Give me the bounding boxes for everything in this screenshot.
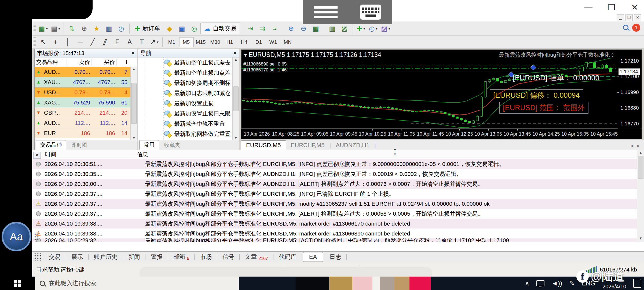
metaeditor-icon[interactable]: ◆ [163,23,176,34]
market-icon[interactable]: ▣ [176,23,188,34]
strategy-tester-icon[interactable]: ◴ [115,23,127,34]
market-watch-row[interactable]: ▲AUD...112....112....14 [35,118,137,128]
indicators-icon[interactable]: ✚▾ [355,23,367,34]
chart-shift-icon[interactable]: ⇥ [244,23,256,34]
fibonacci-tool[interactable]: F [111,37,123,48]
navigator-item[interactable]: 最新加空单止损点差去 [164,57,239,68]
channel-tool[interactable]: ∥ [99,37,111,48]
col-bid[interactable]: 卖价 [67,59,92,66]
navigator-item[interactable]: 最新加设置止损 [164,98,239,108]
dropdown-caret-icon[interactable]: ▾ [157,40,159,44]
mt4-close-icon[interactable]: ✕ [634,15,641,21]
market-watch-row[interactable]: ▼EUR18618614 [35,128,137,138]
timeframe-m30[interactable]: M30 [208,37,222,47]
chart-plot[interactable]: ▾ EURUSD,M5 1.17175 1.17175 1.17126 1.17… [241,50,618,129]
taskbar-app-block[interactable] [409,277,431,290]
dropdown-caret-icon[interactable]: ▾ [46,27,48,31]
cursor-tool[interactable]: ↖ [37,37,49,48]
terminal-tab-新闻[interactable]: 新闻 [123,252,145,262]
signals-icon[interactable]: ◎ [188,23,200,34]
terminal-row[interactable]: ⚠2026.04.10 20:29:37....最新震荡改风控时间bug和部分平… [32,199,644,209]
navigator-titlebar[interactable]: 导航 ✕ [138,49,239,57]
docking-icon[interactable]: ≈ [269,23,281,34]
templates-icon[interactable]: ▨▾ [379,23,392,34]
search-icon[interactable] [623,25,628,31]
scroll-down-icon[interactable]: ▼ [234,136,238,140]
action-center-icon[interactable] [633,279,641,288]
chart-tab-audnzdh1[interactable]: AUDNZD,H1 [331,141,374,150]
tab-tick-chart[interactable]: 即时图 [67,140,92,150]
market-watch-row[interactable]: ▼GBP...214....214....20 [35,108,137,118]
scroll-up-icon[interactable]: ▲ [639,151,642,155]
restore-icon[interactable]: ❐ [607,3,616,12]
tab-common[interactable]: 常用 [139,140,159,150]
close-icon[interactable]: ✕ [630,3,639,12]
terminal-tab-账户历史[interactable]: 账户历史 [89,252,123,262]
terminal-tab-代码库[interactable]: 代码库 [273,252,302,262]
market-watch-row[interactable]: ▲AUD...0.70...0.70...7 [35,67,137,77]
order-label[interactable]: #113066170 sell 1.46 [243,67,287,73]
chart-tab-eurchfm5[interactable]: EURCHF,M5 [286,141,330,150]
taskbar-app-thumbnails[interactable] [296,277,441,290]
close-icon[interactable]: ✕ [33,152,41,159]
close-icon[interactable]: ✕ [233,50,237,56]
terminal-tab-邮箱[interactable]: 邮箱 6 [168,252,195,262]
terminal-row[interactable]: ⚠2026.04.10 19:39:38....最新震荡改风控时间bug和部分平… [32,229,644,238]
vertical-line-tool[interactable]: │ [62,37,74,48]
scroll-thumb[interactable] [233,86,239,111]
favorites-icon[interactable]: ★ [90,23,103,34]
terminal-row[interactable]: ⚠2026.04.10 19:39:38....最新震荡改风控时间bug和部分平… [32,219,644,229]
mt4-restore-icon[interactable]: ❐ [625,15,633,21]
scroll-up-icon[interactable]: ▲ [234,57,238,61]
zoom-in-icon[interactable]: ⊕ [285,23,297,34]
dropdown-caret-icon[interactable]: ▾ [389,27,390,31]
price-scale[interactable]: 1.172101.171001.169901.168801.167701.171… [618,50,642,129]
shapes-tool[interactable]: ↗▾ [148,37,160,48]
taskbar-app-block[interactable] [380,277,394,290]
time-axis[interactable]: 10 Apr 202610 Apr 08:2510 Apr 09:0510 Ap… [241,129,642,139]
taskbar-app-block[interactable] [352,277,372,290]
col-symbol[interactable]: 交易品种 [35,59,67,66]
auto-scroll-icon[interactable]: ⇉ [256,23,269,34]
minimize-icon[interactable]: — [584,3,593,12]
dropdown-caret-icon[interactable]: ▾ [376,27,378,31]
timeframe-w1[interactable]: W1 [266,37,280,47]
tab-favorites[interactable]: 收藏夹 [160,140,185,150]
network-icon[interactable] [536,280,544,286]
terminal-tab-展示[interactable]: 展示 [66,252,89,262]
navigator-scrollbar[interactable]: ▲ ▼ [232,57,239,140]
terminal-row[interactable]: 2026.04.10 20:29:37....最新震荡改风控时间bug和部分平仓… [32,189,644,199]
translator-overlay-button[interactable]: Aa [2,222,31,251]
timeframe-h4[interactable]: H4 [237,37,251,47]
dropdown-caret-icon[interactable]: ▾ [363,27,365,31]
terminal-tab-EA[interactable]: EA [303,252,323,262]
text-tool[interactable]: A [123,37,136,48]
profiles-icon[interactable]: ▤▾ [49,23,62,34]
taskbar-app-block[interactable] [329,277,352,290]
order-label[interactable]: #113066890 sell 0.65 [243,61,287,67]
market-watch-titlebar[interactable]: 市场报价: 15:47:13 ✕ [35,49,137,57]
terminal-row[interactable]: 2026.04.10 20:29:32....最新震荡改风控时间bug和部分平仓… [32,238,644,242]
terminal-tab-交易[interactable]: 交易 [43,252,66,262]
new-chart-icon[interactable]: ▦▾ [37,23,49,34]
terminal-tab-警报[interactable]: 警报 [145,252,168,262]
timeframe-m5[interactable]: M5 [179,37,193,47]
navigator-item[interactable]: 最新加切换周期不删标 [164,78,239,88]
scroll-up-icon[interactable]: ▲ [132,67,136,71]
autotrading-button[interactable]: ☁自动交易 [200,23,240,34]
dropdown-caret-icon[interactable]: ▾ [58,27,60,31]
col-ask[interactable]: 买价 [92,59,117,66]
panel-grip-icon[interactable] [33,232,39,241]
scroll-thumb[interactable] [131,83,137,124]
pen-icon[interactable]: ✎ [569,280,575,287]
scroll-thumb[interactable] [638,156,643,179]
start-button[interactable] [0,277,35,290]
navigator-item[interactable]: 最新加空单止损加点差 [164,68,239,78]
zoom-out-icon[interactable]: ⊖ [297,23,310,34]
tray-chevron-icon[interactable]: ∧ [525,280,530,287]
terminal-row[interactable]: 2026.04.10 20:29:37....最新震荡改风控时间bug和部分平仓… [32,209,644,219]
tab-scroll-right-icon[interactable]: ▸ [637,142,640,149]
toolbar-grip[interactable] [34,24,36,33]
navigator-item[interactable]: 最新减仓中轨不重置 [164,119,239,129]
chart-window[interactable]: ▾ EURUSD,M5 1.17175 1.17175 1.17126 1.17… [241,49,642,139]
